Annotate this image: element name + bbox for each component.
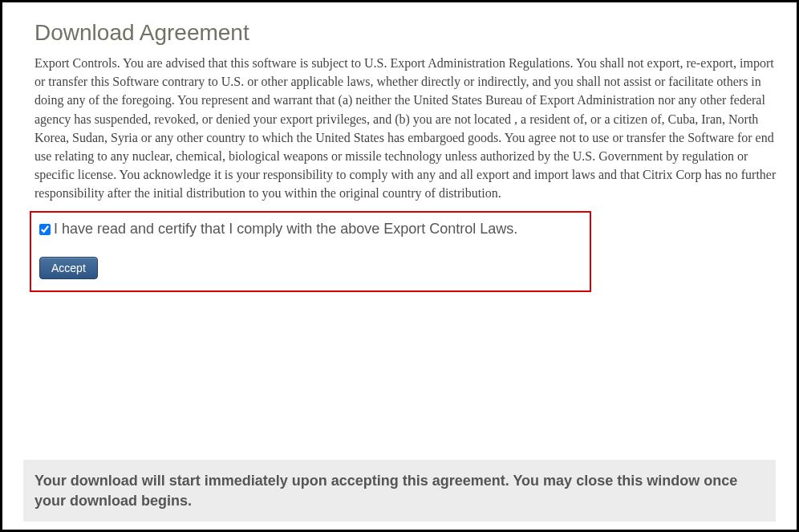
consent-label[interactable]: I have read and certify that I comply wi… bbox=[54, 221, 517, 238]
agreement-body: Export Controls. You are advised that th… bbox=[34, 54, 777, 203]
consent-checkbox[interactable] bbox=[39, 224, 51, 235]
scroll-area[interactable]: Download Agreement Export Controls. You … bbox=[2, 2, 797, 474]
accept-button[interactable]: Accept bbox=[39, 257, 98, 279]
dialog-frame: Download Agreement Export Controls. You … bbox=[0, 0, 799, 532]
spacer bbox=[34, 292, 777, 475]
footer-bar: Your download will start immediately upo… bbox=[23, 460, 776, 522]
page-title: Download Agreement bbox=[34, 20, 777, 46]
consent-row: I have read and certify that I comply wi… bbox=[33, 221, 582, 238]
footer-text: Your download will start immediately upo… bbox=[34, 471, 765, 510]
highlight-box: I have read and certify that I comply wi… bbox=[30, 211, 591, 292]
